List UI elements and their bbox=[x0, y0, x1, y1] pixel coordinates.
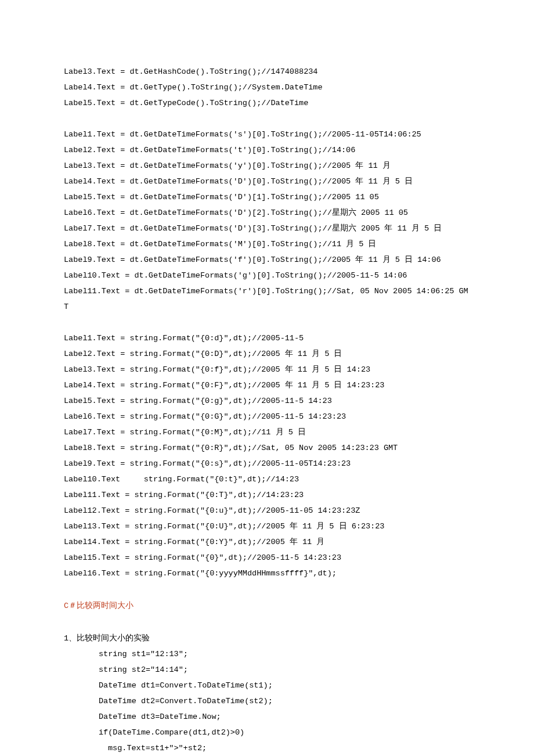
b3-l3: Label4.Text = string.Format("{0:F}",dt);… bbox=[64, 377, 470, 393]
b2-l10: Label11.Text = dt.GetDateTimeFormats('r'… bbox=[64, 283, 470, 315]
b3-l12: Label13.Text = string.Format("{0:U}",dt)… bbox=[64, 519, 470, 534]
b3-l11: Label12.Text = string.Format("{0:u}",dt)… bbox=[64, 503, 470, 519]
b3-l6: Label7.Text = string.Format("{0:M}",dt);… bbox=[64, 424, 470, 440]
b2-l9: Label10.Text = dt.GetDateTimeFormats('g'… bbox=[64, 268, 470, 283]
spacer bbox=[64, 111, 470, 127]
b3-l4: Label5.Text = string.Format("{0:g}",dt);… bbox=[64, 393, 470, 409]
spacer bbox=[64, 581, 470, 597]
b2-l7: Label8.Text = dt.GetDateTimeFormats('M')… bbox=[64, 236, 470, 252]
b3-l1: Label2.Text = string.Format("{0:D}",dt);… bbox=[64, 346, 470, 362]
b4-l1: string st2="14:14"; bbox=[64, 662, 470, 678]
b2-l4: Label5.Text = dt.GetDateTimeFormats('D')… bbox=[64, 189, 470, 205]
b3-l8: Label9.Text = string.Format("{0:s}",dt);… bbox=[64, 456, 470, 471]
b3-l15: Label16.Text = string.Format("{0:yyyyMMd… bbox=[64, 566, 470, 581]
b3-l9: Label10.Text string.Format("{0:t}",dt);/… bbox=[64, 471, 470, 487]
b2-l8: Label9.Text = dt.GetDateTimeFormats('f')… bbox=[64, 252, 470, 268]
b2-l1: Label2.Text = dt.GetDateTimeFormats('t')… bbox=[64, 142, 470, 158]
b3-l2: Label3.Text = string.Format("{0:f}",dt);… bbox=[64, 362, 470, 377]
b4-inner: msg.Text=st1+">"+st2; bbox=[64, 740, 470, 756]
b2-l0: Label1.Text = dt.GetDateTimeFormats('s')… bbox=[64, 127, 470, 142]
b2-l2: Label3.Text = dt.GetDateTimeFormats('y')… bbox=[64, 158, 470, 174]
b4-intro: 1、比较时间大小的实验 bbox=[64, 631, 470, 646]
b3-l0: Label1.Text = string.Format("{0:d}",dt);… bbox=[64, 330, 470, 346]
b1-l2: Label5.Text = dt.GetTypeCode().ToString(… bbox=[64, 95, 470, 111]
b2-l6: Label7.Text = dt.GetDateTimeFormats('D')… bbox=[64, 221, 470, 236]
b3-l13: Label14.Text = string.Format("{0:Y}",dt)… bbox=[64, 534, 470, 550]
b3-l14: Label15.Text = string.Format("{0}",dt);/… bbox=[64, 550, 470, 566]
b3-l10: Label11.Text = string.Format("{0:T}",dt)… bbox=[64, 487, 470, 503]
b3-l5: Label6.Text = string.Format("{0:G}",dt);… bbox=[64, 409, 470, 424]
b2-l3: Label4.Text = dt.GetDateTimeFormats('D')… bbox=[64, 174, 470, 189]
b4-l3: DateTime dt2=Convert.ToDateTime(st2); bbox=[64, 693, 470, 709]
spacer bbox=[64, 315, 470, 330]
b4-l5: if(DateTime.Compare(dt1,dt2)>0) bbox=[64, 725, 470, 740]
spacer bbox=[64, 615, 470, 631]
b1-l0: Label3.Text = dt.GetHashCode().ToString(… bbox=[64, 64, 470, 80]
b3-l7: Label8.Text = string.Format("{0:R}",dt);… bbox=[64, 440, 470, 456]
b4-l4: DateTime dt3=DateTime.Now; bbox=[64, 709, 470, 725]
b1-l1: Label4.Text = dt.GetType().ToString();//… bbox=[64, 80, 470, 95]
b4-l0: string st1="12:13"; bbox=[64, 646, 470, 662]
b2-l5: Label6.Text = dt.GetDateTimeFormats('D')… bbox=[64, 205, 470, 221]
section-heading: C＃比较两时间大小 bbox=[64, 598, 470, 614]
b4-l2: DateTime dt1=Convert.ToDateTime(st1); bbox=[64, 678, 470, 693]
document-page: Label3.Text = dt.GetHashCode().ToString(… bbox=[0, 0, 534, 756]
